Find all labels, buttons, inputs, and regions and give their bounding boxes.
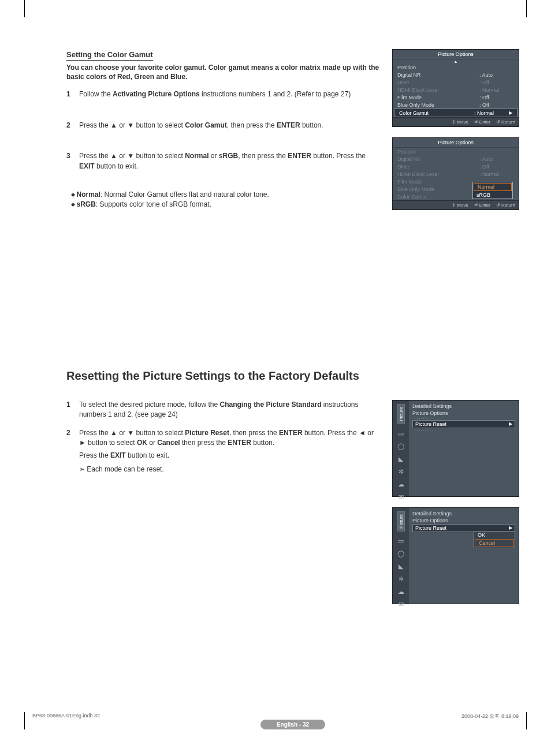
circle-icon: ◯ [397, 550, 404, 557]
step-text: To select the desired picture mode, foll… [79, 400, 382, 420]
tv-menu-row: HDMI Black Level: Normal [393, 86, 519, 93]
mail-icon: ✉ [397, 601, 404, 608]
steps-list: 1To select the desired picture mode, fol… [66, 400, 382, 448]
tv-menu-picture-options-1: Picture Options ▲ PositionDigital NR: Au… [392, 49, 519, 127]
tv-sidebar: Picture ▭ ◯ ◣ ✲ ☁ ✉ [393, 401, 409, 496]
footer-move: Move [452, 203, 468, 208]
section-title: Setting the Color Gamut [66, 50, 153, 61]
step-number: 1 [66, 89, 79, 99]
tv-menu-picture-reset-2: Picture ▭ ◯ ◣ ✲ ☁ ✉ Detailed Settings Pi… [392, 507, 519, 604]
popup-option: sRGB [473, 192, 512, 199]
flag-icon: ◣ [397, 455, 404, 462]
tv-menu-row: DNIe: Off [393, 163, 519, 170]
tv-menu-row: Position [393, 63, 519, 71]
gear-icon: ✲ [397, 575, 404, 582]
exit-line: Press the EXIT button to exit. [66, 451, 382, 459]
section-reset: 1To select the desired picture mode, fol… [66, 400, 519, 604]
footer-move: Move [452, 119, 468, 125]
cloud-icon: ☁ [397, 588, 404, 595]
popup-option: Normal [474, 183, 512, 191]
step-number: 2 [66, 428, 79, 448]
tv-menu-value: : Normal [474, 110, 509, 116]
tv-menu-header: Picture Options [393, 138, 519, 148]
step-number: 3 [66, 151, 79, 171]
main-heading: Resetting the Picture Settings to the Fa… [66, 369, 519, 383]
monitor-icon: ▭ [397, 430, 404, 437]
tv-menu-row: DNIe: Off [393, 78, 519, 86]
tv-sidebar: Picture ▭ ◯ ◣ ✲ ☁ ✉ [393, 508, 409, 604]
page-number-pill: English - 32 [260, 720, 325, 729]
gear-icon: ✲ [397, 468, 404, 475]
note-item: sRGB: Supports color tone of sRGB format… [71, 200, 377, 209]
tv-popup-color-gamut: Normal sRGB [472, 182, 513, 199]
tv-menu-row: Digital NR: Auto [393, 71, 519, 78]
tv-menu-footer: Move Enter Return [393, 200, 519, 209]
tv-menu-label: Color Gamut [399, 110, 474, 116]
tv-menu-line: Picture Options [412, 517, 515, 524]
crop-mark [24, 0, 25, 17]
tv-menu-line: Detailed Settings [412, 510, 515, 517]
footer-return: Return [496, 203, 515, 208]
step-number: 2 [66, 121, 79, 130]
monitor-icon: ▭ [397, 537, 404, 544]
cloud-icon: ☁ [397, 481, 404, 488]
mail-icon: ✉ [397, 493, 404, 500]
crop-mark [526, 712, 527, 729]
note-item: Normal: Normal Color Gamut offers flat a… [71, 190, 377, 200]
scroll-up-indicator: ▲ [393, 59, 519, 63]
tv-menu-row: Position [393, 148, 519, 155]
tv-menu-line: Detailed Settings [412, 403, 515, 410]
tv-menu-row: Film Mode: Off [393, 93, 519, 101]
tv-menu-footer: Move Enter Return [393, 117, 519, 126]
step-text: Press the ▲ or ▼ button to select Normal… [79, 151, 382, 171]
sidebar-tab-picture: Picture [397, 404, 405, 424]
caret-right-icon: ▶ [509, 110, 512, 115]
circle-icon: ◯ [397, 443, 404, 450]
notes-box: Normal: Normal Color Gamut offers flat a… [66, 186, 382, 214]
flag-icon: ◣ [397, 563, 404, 570]
tv-menu-line: Picture Options [412, 410, 515, 417]
tv-menu-selected-row: Picture Reset▶ [412, 420, 515, 428]
tv-menu-picture-reset-1: Picture ▭ ◯ ◣ ✲ ☁ ✉ Detailed Settings Pi… [392, 400, 519, 497]
step-text: Press the ▲ or ▼ button to select Pictur… [79, 428, 382, 448]
crop-mark [526, 0, 527, 17]
step-text: Press the ▲ or ▼ button to select Color … [79, 121, 382, 130]
caret-right-icon: ▶ [509, 421, 512, 426]
footer-enter: Enter [474, 203, 490, 208]
popup-option: OK [474, 532, 515, 538]
print-meta: BP68-00666A-01Eng.indb 32 2008-04-22 오후 … [32, 713, 519, 720]
tv-popup-ok-cancel: OK Cancel [474, 531, 515, 548]
section-color-gamut: Setting the Color Gamut You can choose y… [66, 49, 519, 214]
manual-page: Setting the Color Gamut You can choose y… [0, 0, 551, 729]
tv-menu-header: Picture Options [393, 50, 519, 59]
caret-right-icon: ▶ [509, 525, 512, 530]
tv-menu-picture-options-2: Picture Options PositionDigital NR: Auto… [392, 137, 519, 210]
step-text: Follow the Activating Picture Options in… [79, 89, 382, 99]
tv-menu-row: HDMI Black Level: Normal [393, 170, 519, 178]
meta-right: 2008-04-22 오후 8:19:09 [461, 713, 519, 720]
pointer-note: Each mode can be reset. [66, 465, 382, 473]
step-number: 1 [66, 400, 79, 420]
footer-enter: Enter [474, 119, 490, 125]
dotted-lower: ········· [412, 428, 515, 432]
popup-option: Cancel [475, 539, 514, 547]
sidebar-tab-picture: Picture [397, 511, 405, 532]
tv-menu-row: Digital NR: Auto [393, 155, 519, 163]
steps-list: 1Follow the Activating Picture Options i… [66, 89, 382, 171]
page-footer: English - 32 [66, 720, 519, 729]
footer-return: Return [496, 119, 515, 125]
tv-menu-selected-row: Color Gamut : Normal ▶ [394, 108, 518, 117]
tv-menu-row: Blue Only Mode: Off [393, 101, 519, 108]
meta-left: BP68-00666A-01Eng.indb 32 [32, 713, 100, 720]
section-intro: You can choose your favorite color gamut… [66, 63, 382, 81]
crop-mark [24, 712, 25, 729]
